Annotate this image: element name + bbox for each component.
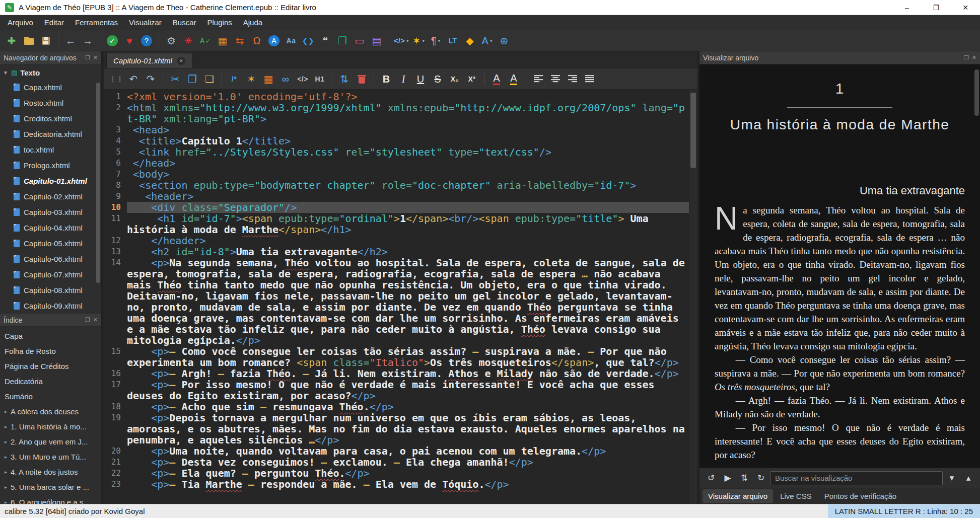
dropdown-caret-icon[interactable]: ▾	[423, 38, 425, 43]
index-item[interactable]: ▸4. A noite dos justos	[0, 464, 101, 479]
code-line-18[interactable]: 18 <p>— Acho que sim — resmungava Théo.<…	[104, 401, 689, 412]
expand-arrow-icon[interactable]: ▸	[5, 484, 7, 490]
close-panel-icon[interactable]: ✕	[972, 54, 976, 61]
save-book-button[interactable]	[38, 32, 54, 49]
cut-button[interactable]: ✂	[167, 70, 183, 88]
copy-button[interactable]: ❐	[184, 70, 200, 88]
help-button[interactable]: ?	[138, 32, 155, 49]
index-item[interactable]: Folha de Rosto	[0, 343, 101, 358]
preview-scrollbar[interactable]	[974, 69, 979, 116]
code-line-1[interactable]: 1<?xml version='1.0' encoding='utf-8'?>	[104, 91, 689, 102]
index-item[interactable]: ▸A cólera dos deuses	[0, 404, 101, 419]
reports-button[interactable]: ▤	[369, 32, 385, 49]
index-item[interactable]: Dedicatória	[0, 374, 101, 389]
code-line-9[interactable]: 9 <header>	[104, 191, 689, 202]
code-line-22[interactable]: 22 <p>— Ela quem? — perguntou Théo.</p>	[104, 468, 689, 479]
toolbar-handle-button[interactable]: ⋮⋮	[108, 70, 124, 88]
spell-check-button[interactable]: A✓	[197, 32, 214, 49]
code-line-5[interactable]: 5 <link href="../Styles/Styles.css" rel=…	[104, 146, 689, 158]
file-item-dedicatoria[interactable]: Dedicatoria.xhtml	[0, 126, 101, 142]
index-item[interactable]: ▸5. Uma barca solar e ...	[0, 479, 101, 494]
background-color-button[interactable]: A	[506, 70, 522, 88]
expand-arrow-icon[interactable]: ▸	[5, 499, 7, 504]
minimize-button[interactable]: –	[892, 0, 922, 15]
insert-link-button[interactable]: ∞	[277, 70, 294, 88]
check-book-button[interactable]: ✓	[104, 32, 120, 49]
insert-paragraph-button[interactable]: ¶▾	[428, 32, 444, 49]
code-line-20[interactable]: 20 <p>Uma noite, quando voltavam para ca…	[104, 446, 689, 457]
file-item-creditos[interactable]: Creditos.xhtml	[0, 111, 101, 126]
index-item[interactable]: ▸2. Ano que vem em J...	[0, 434, 101, 449]
menu-plugins[interactable]: Plugins	[202, 15, 238, 30]
insert-tag-button[interactable]: ❮❯	[300, 32, 316, 49]
index-item[interactable]: Página de Créditos	[0, 358, 101, 374]
insert-comment-button[interactable]: /*	[226, 70, 242, 88]
file-item-capitulo-06[interactable]: Capitulo-06.xhtml	[0, 251, 101, 267]
find-next-icon[interactable]: ▾	[944, 471, 959, 486]
fix-html-button[interactable]: </>▾	[393, 32, 409, 49]
close-panel-icon[interactable]: ✕	[93, 317, 98, 323]
accessibility-check-button[interactable]: ⊕	[496, 32, 512, 49]
code-line-21[interactable]: 21 <p>— Desta vez conseguimos! — exclamo…	[104, 457, 689, 468]
code-line-14[interactable]: 14 <p>Na segunda semana, Théo voltou ao …	[104, 257, 689, 346]
index-item[interactable]: Capa	[0, 328, 101, 343]
remove-unused-css-button[interactable]: ▭	[352, 32, 368, 49]
menu-arquivo[interactable]: Arquivo	[2, 15, 39, 30]
align-center-button[interactable]	[547, 70, 564, 88]
expand-arrow-icon[interactable]: ▸	[5, 469, 7, 475]
index-item[interactable]: Sumário	[0, 389, 101, 404]
smarten-punctuation-button[interactable]: ❝	[317, 32, 333, 49]
open-book-button[interactable]	[21, 32, 37, 49]
dropdown-caret-icon[interactable]: ▾	[438, 38, 441, 43]
expand-arrow-icon[interactable]: ▸	[5, 424, 7, 429]
file-item-capitulo-04[interactable]: Capitulo-04.xhtml	[0, 220, 101, 236]
subscript-button[interactable]: X₂	[447, 70, 463, 88]
file-item-capitulo-05[interactable]: Capitulo-05.xhtml	[0, 236, 101, 251]
smarten-selection-button[interactable]: ✶	[243, 70, 259, 88]
expand-arrow-icon[interactable]: ▸	[5, 409, 7, 414]
collapse-arrow-icon[interactable]: ▼	[3, 70, 8, 76]
auto-reload-icon[interactable]: ↺	[704, 471, 719, 486]
code-line-19[interactable]: 19 <p>Depois tornava a mergulhar num uni…	[104, 412, 689, 446]
file-item-capitulo-01[interactable]: Capitulo-01.xhtml	[0, 173, 101, 189]
code-line-2[interactable]: 2<html xmlns="http://www.w3.org/1999/xht…	[104, 102, 689, 124]
float-panel-icon[interactable]: ❐	[85, 317, 90, 323]
insert-special-character-button[interactable]: Ω	[249, 32, 265, 49]
bold-button[interactable]: B	[378, 70, 394, 88]
file-list-scrollbar[interactable]	[96, 81, 101, 311]
align-right-button[interactable]	[565, 70, 581, 88]
new-file-button[interactable]: ✚	[4, 32, 20, 49]
tab-close-icon[interactable]: ✕	[177, 57, 185, 65]
run-preview-icon[interactable]: ▶	[720, 471, 735, 486]
underline-button[interactable]: U	[412, 70, 429, 88]
donate-button[interactable]: ♥	[121, 32, 137, 49]
menu-editar[interactable]: Editar	[39, 15, 69, 30]
menu-buscar[interactable]: Buscar	[167, 15, 202, 30]
code-area[interactable]: 1<?xml version='1.0' encoding='utf-8'?>2…	[104, 90, 689, 504]
file-group-texto[interactable]: ▼ ▤ Texto	[0, 65, 101, 80]
file-item-toc[interactable]: toc.xhtml	[0, 142, 101, 158]
undo-button[interactable]: ↶	[125, 70, 142, 88]
tab-capitulo-01[interactable]: Capitulo-01.xhtml ✕	[106, 53, 192, 68]
file-item-rosto[interactable]: Rosto.xhtml	[0, 95, 101, 111]
file-item-capitulo-02[interactable]: Capitulo-02.xhtml	[0, 189, 101, 204]
dropdown-caret-icon[interactable]: ▾	[490, 38, 493, 43]
code-line-13[interactable]: 13 <h2 id="id-8">Uma tia extravagante</h…	[104, 246, 689, 257]
embed-fonts-button[interactable]: A	[266, 32, 282, 49]
languagetool-button[interactable]: LT	[445, 32, 461, 49]
file-item-prologo[interactable]: Prologo.xhtml	[0, 158, 101, 173]
close-button[interactable]: ✕	[951, 0, 980, 15]
code-line-12[interactable]: 12 </header>	[104, 235, 689, 246]
preview-tab-visualizar-arquivo[interactable]: Visualizar arquivo	[703, 489, 773, 503]
code-line-10[interactable]: 10 <div class="Separador"/>	[104, 202, 689, 213]
refresh-icon[interactable]: ↻	[753, 471, 768, 486]
align-left-button[interactable]	[530, 70, 546, 88]
subset-fonts-button[interactable]: A▾	[479, 32, 495, 49]
scrollbar-thumb[interactable]	[690, 93, 696, 168]
superscript-button[interactable]: X²	[464, 70, 480, 88]
text-color-button[interactable]: A	[488, 70, 505, 88]
file-item-capitulo-03[interactable]: Capitulo-03.xhtml	[0, 204, 101, 220]
insert-code-button[interactable]: </>	[295, 70, 311, 88]
back-button[interactable]: ←	[62, 32, 79, 49]
check-links-button[interactable]: ◆	[462, 32, 478, 49]
